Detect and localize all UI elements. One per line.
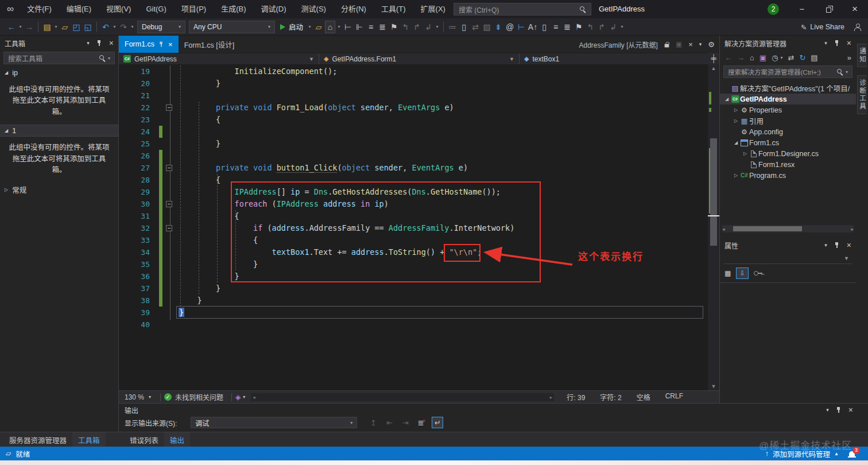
bookmark-icon[interactable]: ⚑ — [389, 21, 399, 33]
menu-item-7[interactable]: 测试(S) — [294, 0, 334, 18]
redo-icon[interactable]: ↷ — [118, 21, 129, 33]
code-text[interactable]: InitializeComponent(); — [179, 65, 337, 78]
expander-icon[interactable]: ▷ — [733, 118, 739, 123]
pin-icon[interactable] — [834, 242, 840, 249]
alphabetical-icon[interactable]: ⇩ — [736, 268, 749, 279]
doc-outline-icon[interactable]: ▯ — [539, 21, 549, 33]
code-text[interactable]: } — [179, 78, 220, 90]
toolbox-section-general[interactable]: ▷ 常规 — [0, 184, 118, 196]
uppercase-icon[interactable]: A↑ — [528, 21, 538, 33]
step-commands-icon[interactable]: ⊩ — [354, 21, 365, 33]
task-list-icon[interactable]: ≔ — [447, 21, 458, 33]
rail-tab-诊断工具[interactable]: 诊断工具 — [857, 75, 867, 114]
save-icon[interactable]: ◰ — [71, 21, 82, 33]
pin-icon[interactable] — [96, 40, 102, 46]
document-health-indicator[interactable]: ✓ 未找到相关问题 — [164, 392, 223, 402]
open-file-icon[interactable]: ▱ — [60, 21, 70, 33]
pending-dropdown-icon[interactable]: ▾ — [781, 55, 783, 60]
tree-item-getipaddress[interactable]: ◢C#GetIPAddress — [720, 94, 856, 104]
menu-item-1[interactable]: 编辑(E) — [59, 0, 99, 18]
solution-configurations[interactable]: Debug▾ — [137, 21, 185, 33]
tree-item-program-cs[interactable]: ▷C#Program.cs — [720, 170, 856, 181]
tree-horizontal-scrollbar[interactable]: ◂ ▸ — [722, 225, 854, 232]
scroll-down-icon[interactable]: ▼ — [708, 383, 719, 389]
solution-platforms[interactable]: Any CPU▾ — [189, 21, 275, 33]
save-all-icon[interactable]: ◱ — [83, 21, 93, 33]
code-text[interactable]: } — [179, 270, 239, 282]
menu-item-8[interactable]: 分析(N) — [334, 0, 374, 18]
scrollbar-thumb[interactable] — [733, 226, 802, 231]
code-line-20[interactable]: 20 } — [119, 78, 708, 90]
indent2-icon[interactable]: ≡ — [551, 21, 561, 33]
close-button[interactable]: × — [842, 0, 868, 18]
word-wrap-icon[interactable]: ↵ — [432, 417, 443, 428]
menu-item-3[interactable]: Git(G) — [138, 0, 173, 18]
code-line-26[interactable]: 26 — [119, 150, 708, 162]
project-dropdown[interactable]: C# GetIPAddress ▼ — [119, 53, 319, 64]
unindent2-icon[interactable]: ≣ — [562, 21, 572, 33]
menu-item-4[interactable]: 项目(P) — [174, 0, 214, 18]
new-project-icon[interactable]: ▤ — [42, 21, 52, 33]
code-line-37[interactable]: 37 } — [119, 282, 708, 294]
preview-tab[interactable]: AddressFamily [从元数据] ▣ × ▾ ⚙ — [579, 36, 719, 53]
code-line-27[interactable]: 27− private void button1_Click(object se… — [119, 162, 708, 174]
diff-setting-icon[interactable]: ▨ — [482, 21, 492, 33]
prev-bookmark-icon[interactable]: ↰ — [400, 21, 410, 33]
tree-item--getipaddress-1-[interactable]: ▤解决方案"GetIPAddress"(1 个项目/ — [720, 83, 856, 94]
compare-icon[interactable]: ⇄ — [470, 21, 480, 33]
code-text[interactable]: { — [179, 210, 239, 222]
feedback-person-icon[interactable] — [854, 24, 861, 30]
code-text[interactable]: { — [179, 174, 220, 186]
eol-mode[interactable]: CRLF — [665, 392, 683, 402]
code-editor[interactable]: 19 InitializeComponent();20 }2122− priva… — [119, 64, 708, 390]
dock-tab-工具箱[interactable]: 工具箱 — [72, 432, 106, 447]
tab-form1cs[interactable]: Form1.cs × — [119, 36, 179, 53]
menu-item-6[interactable]: 调试(D) — [254, 0, 294, 18]
new-file-icon[interactable]: ▯ — [459, 21, 469, 33]
collapse-all-icon[interactable]: ▤ — [811, 53, 817, 62]
dock-tab-服务器资源管理器[interactable]: 服务器资源管理器 — [3, 432, 72, 447]
close-icon[interactable]: × — [688, 40, 693, 49]
home-icon[interactable]: ⌂ — [750, 53, 754, 62]
tree-item-form1-cs[interactable]: ◢Form1.cs — [720, 137, 856, 148]
minimize-button[interactable]: − — [789, 0, 815, 18]
zoom-selector[interactable]: 130 % ▾ — [119, 393, 157, 401]
find-in-files-icon[interactable]: ▱ — [313, 21, 324, 33]
toolbox-section-ip[interactable]: ◢ ip — [0, 67, 118, 79]
start-debugging[interactable]: 启动 — [280, 21, 303, 32]
code-analysis-icon[interactable]: ◈ — [235, 393, 241, 401]
navigate-forward-icon[interactable]: → — [24, 21, 34, 33]
code-line-21[interactable]: 21 — [119, 90, 708, 102]
bookmark2-icon[interactable]: ⚑ — [574, 21, 584, 33]
dock-tab-输出[interactable]: 输出 — [164, 432, 190, 447]
code-line-38[interactable]: 38 } — [119, 294, 708, 307]
spaces-mode[interactable]: 空格 — [637, 392, 650, 402]
undo-icon[interactable]: ↶ — [100, 21, 111, 33]
line-indent-icon[interactable]: ≡ — [366, 21, 376, 33]
code-text[interactable]: { — [179, 114, 220, 126]
navigate-back-icon[interactable]: ← — [6, 21, 17, 33]
scroll-right-icon[interactable]: ▸ — [851, 226, 854, 232]
chevron-down-icon[interactable]: ▾ — [243, 394, 245, 400]
tree-item-form1-resx[interactable]: Form1.resx — [720, 159, 856, 170]
fold-margin[interactable]: − — [164, 162, 179, 174]
fold-margin[interactable]: − — [164, 102, 179, 114]
forward-icon[interactable]: → — [737, 53, 745, 62]
chevron-down-icon[interactable]: ▾ — [826, 407, 829, 413]
code-text[interactable]: } — [179, 282, 220, 294]
code-line-40[interactable]: 40 — [119, 319, 708, 331]
pin-icon[interactable] — [834, 40, 840, 46]
type-dropdown[interactable]: ◆ GetIPAddress.Form1 ▼ — [319, 53, 520, 64]
fold-margin[interactable]: − — [164, 222, 179, 234]
menu-item-0[interactable]: 文件(F) — [20, 0, 59, 18]
web-preview-dropdown-icon[interactable]: ▾ — [336, 21, 342, 33]
surround-icon[interactable]: ⊢ — [516, 21, 526, 33]
chevron-down-icon[interactable]: ▾ — [824, 40, 827, 46]
tree-item-app-config[interactable]: ⚙App.config — [720, 126, 856, 137]
close-icon[interactable]: × — [847, 38, 851, 48]
code-line-24[interactable]: 24 — [119, 126, 708, 138]
next-bookmark2-icon[interactable]: ↱ — [596, 21, 607, 33]
gear-icon[interactable]: ⚙ — [708, 40, 715, 49]
scroll-right-icon[interactable]: ▸ — [550, 394, 553, 400]
bookmark2-dropdown-icon[interactable]: ▾ — [619, 21, 625, 33]
